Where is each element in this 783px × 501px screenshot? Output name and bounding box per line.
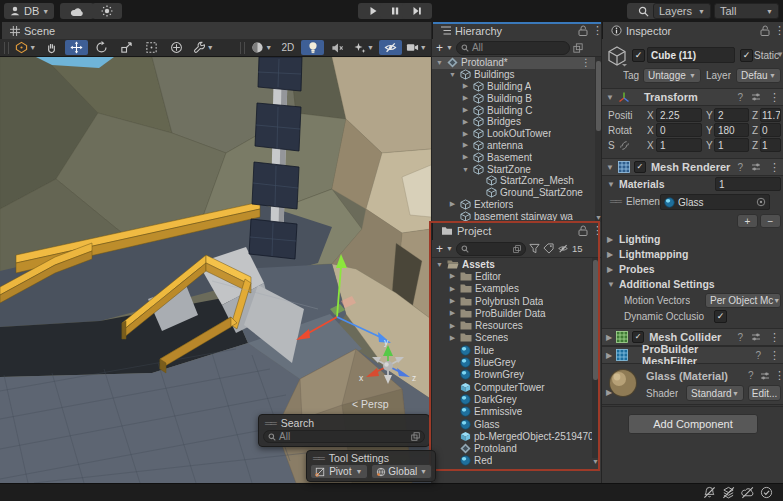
help-icon[interactable]: ? <box>737 332 743 343</box>
hierarchy-item[interactable]: ▶Building C <box>432 104 595 116</box>
object-name-field[interactable]: Cube (11) <box>647 47 735 63</box>
materials-count-field[interactable]: 1 <box>715 177 781 191</box>
mesh-renderer-header[interactable]: ▼ ✓ Mesh Renderer ? ⋮ <box>602 158 783 176</box>
project-item[interactable]: BrownGrey <box>432 369 592 381</box>
lock-icon[interactable] <box>578 225 588 236</box>
foldout-arrow[interactable]: ▶ <box>461 153 470 161</box>
component-menu-icon[interactable]: ⋮ <box>769 349 780 362</box>
project-item[interactable]: ComputerTower <box>432 381 592 393</box>
tab-scene[interactable]: Scene <box>2 22 433 39</box>
foldout-arrow[interactable]: ▶ <box>448 334 457 342</box>
object-picker-icon[interactable] <box>756 197 766 207</box>
rotation-x-field[interactable]: 0 <box>656 123 702 137</box>
layout-dropdown[interactable]: Tall ▼ <box>714 3 779 19</box>
project-item[interactable]: ▶Scenes <box>432 332 592 344</box>
toolbar-grip[interactable] <box>4 42 9 54</box>
shader-edit-button[interactable]: Edit... <box>748 385 781 401</box>
2d-toggle-button[interactable]: 2D <box>276 40 299 55</box>
add-button[interactable]: + <box>436 41 443 55</box>
constrain-proportions-icon[interactable] <box>619 140 630 151</box>
help-icon[interactable]: ? <box>755 350 761 361</box>
drag-handle-icon[interactable]: ══ <box>313 453 324 463</box>
persp-label[interactable]: < Persp <box>352 398 389 410</box>
scene-visibility-toggle[interactable] <box>379 40 402 55</box>
hierarchy-item[interactable]: ▶LookOutTower <box>432 128 595 140</box>
transform-header[interactable]: ▼ Transform ? ⋮ <box>602 88 783 106</box>
chevron-down-icon[interactable]: ▼ <box>446 245 453 252</box>
static-checkbox[interactable]: ✓ <box>740 49 753 62</box>
global-dropdown[interactable]: Global ▼ <box>371 464 432 479</box>
presets-icon[interactable] <box>751 92 761 102</box>
foldout-arrow[interactable]: ▶ <box>607 250 613 259</box>
add-component-button[interactable]: Add Component <box>628 414 758 434</box>
foldout-arrow[interactable]: ▶ <box>606 388 612 397</box>
hierarchy-item[interactable]: ▶Building B <box>432 92 595 104</box>
project-item[interactable]: ▶Editor <box>432 270 592 282</box>
component-menu-icon[interactable]: ⋮ <box>769 161 780 174</box>
foldout-arrow[interactable]: ▼ <box>606 93 614 102</box>
hierarchy-item[interactable]: ▼StartZone <box>432 163 595 175</box>
open-window-icon[interactable] <box>513 245 521 253</box>
component-enabled-checkbox[interactable]: ✓ <box>632 331 644 343</box>
foldout-arrow[interactable]: ▶ <box>461 94 470 102</box>
hierarchy-item[interactable]: ▼Buildings <box>432 69 595 81</box>
lighting-toggle-button[interactable] <box>301 40 324 55</box>
presets-icon[interactable] <box>751 332 761 342</box>
rotate-tool-button[interactable] <box>90 40 113 55</box>
material-preview-sphere[interactable] <box>608 368 638 398</box>
scale-z-field[interactable]: 1 <box>760 138 781 152</box>
tool-settings-overlay[interactable]: ══ Tool Settings Pivot ▼ Global ▼ <box>306 450 436 482</box>
project-item[interactable]: pb-MergedObject-2519470 <box>432 430 592 442</box>
material-object-field[interactable]: Glass <box>660 194 770 210</box>
help-icon[interactable]: ? <box>737 92 743 103</box>
foldout-arrow[interactable]: ▶ <box>461 118 470 126</box>
open-window-icon[interactable] <box>573 43 583 53</box>
foldout-arrow[interactable]: ▼ <box>606 163 614 172</box>
project-item[interactable]: BlueGrey <box>432 356 592 368</box>
hierarchy-item[interactable]: ▶Basement <box>432 151 595 163</box>
scene-camera-dropdown[interactable]: ▼ <box>404 40 429 55</box>
foldout-arrow[interactable]: ▶ <box>448 272 457 280</box>
foldout-arrow[interactable]: ▶ <box>461 130 470 138</box>
foldout-arrow[interactable]: ▼ <box>461 166 470 173</box>
custom-tools-dropdown[interactable]: ▼ <box>190 40 215 55</box>
remove-material-button[interactable]: − <box>760 214 781 228</box>
dynamic-occlusion-checkbox[interactable]: ✓ <box>714 310 727 323</box>
foldout-arrow[interactable]: ▶ <box>461 141 470 149</box>
panel-menu-icon[interactable]: ⋮ <box>774 24 783 37</box>
project-scrollbar[interactable] <box>592 258 599 458</box>
position-x-field[interactable]: 2.25 <box>656 108 702 122</box>
hierarchy-item[interactable]: ▶antenna <box>432 140 595 152</box>
foldout-arrow[interactable]: ▶ <box>607 235 613 244</box>
hierarchy-item[interactable]: ▶Building A <box>432 81 595 93</box>
settings-button[interactable] <box>92 3 122 19</box>
hierarchy-item[interactable]: basement stairway wa <box>432 210 595 222</box>
project-item[interactable]: Blue <box>432 344 592 356</box>
effects-dropdown[interactable]: ▼ <box>351 40 376 55</box>
cloud-disabled-icon[interactable] <box>741 486 754 499</box>
hand-tool-button[interactable] <box>40 40 63 55</box>
scene-search-input[interactable]: All <box>263 430 425 443</box>
project-item[interactable]: ▶Resources <box>432 319 592 331</box>
tag-dropdown[interactable]: Untagge▼ <box>643 68 701 83</box>
foldout-arrow[interactable]: ▶ <box>607 265 613 274</box>
presets-icon[interactable] <box>751 162 761 172</box>
foldout-arrow[interactable]: ▶ <box>448 285 457 293</box>
project-item[interactable]: ▶ProBuilder Data <box>432 307 592 319</box>
component-menu-icon[interactable]: ⋮ <box>769 331 780 344</box>
shading-mode-dropdown[interactable]: ▼ <box>249 40 274 55</box>
project-item[interactable]: ▼Assets <box>432 258 592 270</box>
rotation-y-field[interactable]: 180 <box>714 123 749 137</box>
toolbar-grip[interactable] <box>240 42 245 54</box>
probuilder-meshfilter-header[interactable]: ▶ ProBuilder MeshFilter ? ⋮ <box>602 346 783 364</box>
step-button[interactable] <box>402 3 432 19</box>
scale-tool-button[interactable] <box>115 40 138 55</box>
drag-handle-icon[interactable]: ══ <box>265 418 276 428</box>
transform-tool-button[interactable] <box>165 40 188 55</box>
hierarchy-item[interactable]: ▶Exteriors <box>432 199 595 211</box>
project-item[interactable]: DarkGrey <box>432 393 592 405</box>
rotation-z-field[interactable]: 0 <box>760 123 781 137</box>
project-item[interactable]: Red <box>432 455 592 467</box>
lighting-foldout[interactable]: Lighting <box>619 233 660 245</box>
search-by-type-icon[interactable] <box>529 243 540 254</box>
